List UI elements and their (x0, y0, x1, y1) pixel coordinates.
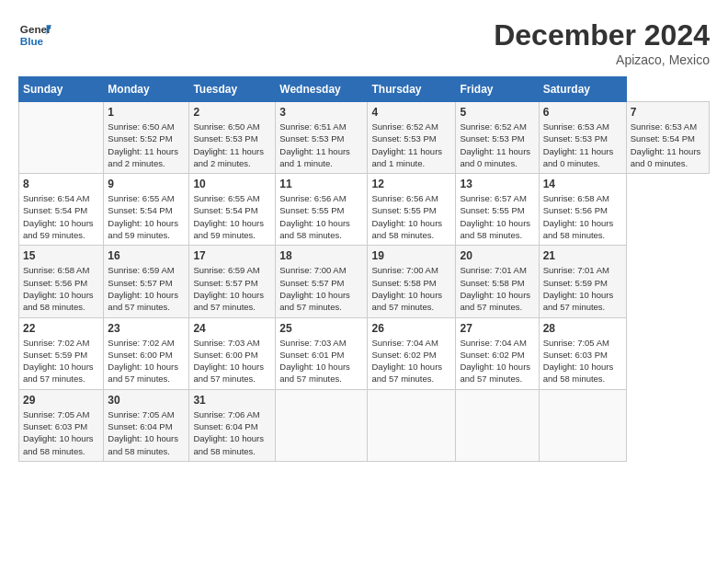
header-row: SundayMondayTuesdayWednesdayThursdayFrid… (19, 77, 710, 102)
calendar-cell: 31Sunrise: 7:06 AMSunset: 6:04 PMDayligh… (189, 389, 276, 461)
day-number: 20 (460, 249, 534, 262)
day-number: 26 (371, 322, 451, 335)
day-number: 7 (631, 106, 705, 119)
day-info: Sunrise: 7:02 AMSunset: 6:00 PMDaylight:… (108, 337, 185, 385)
day-number: 1 (108, 106, 185, 119)
day-number: 25 (279, 322, 363, 335)
calendar-cell: 3Sunrise: 6:51 AMSunset: 5:53 PMDaylight… (276, 102, 368, 174)
day-number: 5 (460, 106, 534, 119)
day-info: Sunrise: 6:50 AMSunset: 5:52 PMDaylight:… (108, 121, 185, 169)
day-number: 13 (460, 178, 534, 190)
day-number: 9 (108, 178, 185, 190)
page-header: General Blue December 2024 Apizaco, Mexi… (18, 18, 710, 67)
day-info: Sunrise: 6:58 AMSunset: 5:56 PMDaylight:… (23, 264, 99, 313)
day-info: Sunrise: 7:00 AMSunset: 5:57 PMDaylight:… (279, 264, 363, 313)
calendar-cell (276, 389, 368, 461)
day-header-thursday: Thursday (368, 77, 456, 102)
calendar-cell: 20Sunrise: 7:01 AMSunset: 5:58 PMDayligh… (456, 246, 539, 317)
calendar-cell (456, 389, 539, 461)
day-header-saturday: Saturday (539, 77, 626, 102)
day-info: Sunrise: 6:53 AMSunset: 5:54 PMDaylight:… (631, 121, 705, 169)
calendar-cell: 8Sunrise: 6:54 AMSunset: 5:54 PMDaylight… (19, 174, 104, 246)
day-info: Sunrise: 6:55 AMSunset: 5:54 PMDaylight:… (108, 192, 185, 241)
day-info: Sunrise: 7:04 AMSunset: 6:02 PMDaylight:… (371, 337, 451, 385)
calendar-cell: 26Sunrise: 7:04 AMSunset: 6:02 PMDayligh… (368, 317, 456, 389)
day-info: Sunrise: 7:03 AMSunset: 6:00 PMDaylight:… (193, 337, 271, 385)
day-info: Sunrise: 7:01 AMSunset: 5:59 PMDaylight:… (543, 264, 622, 313)
title-block: December 2024 Apizaco, Mexico (494, 18, 710, 67)
day-info: Sunrise: 7:06 AMSunset: 6:04 PMDaylight:… (193, 408, 271, 457)
day-header-wednesday: Wednesday (276, 77, 368, 102)
day-info: Sunrise: 7:05 AMSunset: 6:03 PMDaylight:… (23, 408, 99, 457)
day-number: 15 (23, 249, 99, 262)
day-info: Sunrise: 7:02 AMSunset: 5:59 PMDaylight:… (23, 337, 99, 385)
day-info: Sunrise: 6:53 AMSunset: 5:53 PMDaylight:… (543, 121, 622, 169)
day-info: Sunrise: 6:59 AMSunset: 5:57 PMDaylight:… (193, 264, 271, 313)
day-info: Sunrise: 6:52 AMSunset: 5:53 PMDaylight:… (460, 121, 534, 169)
day-info: Sunrise: 6:59 AMSunset: 5:57 PMDaylight:… (108, 264, 185, 313)
day-number: 17 (193, 249, 271, 262)
calendar-cell (368, 389, 456, 461)
day-info: Sunrise: 6:57 AMSunset: 5:55 PMDaylight:… (460, 192, 534, 241)
week-row-5: 29Sunrise: 7:05 AMSunset: 6:03 PMDayligh… (19, 389, 710, 461)
svg-text:Blue: Blue (20, 35, 44, 47)
day-info: Sunrise: 7:05 AMSunset: 6:04 PMDaylight:… (108, 408, 185, 457)
calendar-cell: 6Sunrise: 6:53 AMSunset: 5:53 PMDaylight… (539, 102, 626, 174)
calendar-cell: 5Sunrise: 6:52 AMSunset: 5:53 PMDaylight… (456, 102, 539, 174)
day-number: 29 (23, 394, 99, 407)
day-info: Sunrise: 7:05 AMSunset: 6:03 PMDaylight:… (543, 337, 622, 385)
day-info: Sunrise: 7:04 AMSunset: 6:02 PMDaylight:… (460, 337, 534, 385)
calendar-cell: 13Sunrise: 6:57 AMSunset: 5:55 PMDayligh… (456, 174, 539, 246)
location-subtitle: Apizaco, Mexico (494, 52, 710, 67)
day-info: Sunrise: 6:56 AMSunset: 5:55 PMDaylight:… (279, 192, 363, 241)
day-number: 28 (543, 322, 622, 335)
calendar-cell: 22Sunrise: 7:02 AMSunset: 5:59 PMDayligh… (19, 317, 104, 389)
calendar-cell: 14Sunrise: 6:58 AMSunset: 5:56 PMDayligh… (539, 174, 626, 246)
day-number: 3 (279, 106, 363, 119)
calendar-cell: 12Sunrise: 6:56 AMSunset: 5:55 PMDayligh… (368, 174, 456, 246)
day-number: 24 (193, 322, 271, 335)
day-number: 21 (543, 249, 622, 262)
day-number: 30 (108, 394, 185, 407)
day-number: 31 (193, 394, 271, 407)
day-number: 27 (460, 322, 534, 335)
day-number: 23 (108, 322, 185, 335)
day-header-sunday: Sunday (19, 77, 104, 102)
day-number: 10 (193, 178, 271, 190)
day-number: 2 (193, 106, 271, 119)
day-header-tuesday: Tuesday (189, 77, 276, 102)
calendar-cell: 16Sunrise: 6:59 AMSunset: 5:57 PMDayligh… (104, 246, 189, 317)
calendar-table: SundayMondayTuesdayWednesdayThursdayFrid… (18, 76, 710, 462)
calendar-cell: 27Sunrise: 7:04 AMSunset: 6:02 PMDayligh… (456, 317, 539, 389)
day-header-friday: Friday (456, 77, 539, 102)
day-number: 16 (108, 249, 185, 262)
calendar-cell: 25Sunrise: 7:03 AMSunset: 6:01 PMDayligh… (276, 317, 368, 389)
day-info: Sunrise: 7:01 AMSunset: 5:58 PMDaylight:… (460, 264, 534, 313)
day-info: Sunrise: 6:56 AMSunset: 5:55 PMDaylight:… (371, 192, 451, 241)
calendar-cell: 23Sunrise: 7:02 AMSunset: 6:00 PMDayligh… (104, 317, 189, 389)
day-info: Sunrise: 6:54 AMSunset: 5:54 PMDaylight:… (23, 192, 99, 241)
day-info: Sunrise: 7:00 AMSunset: 5:58 PMDaylight:… (371, 264, 451, 313)
calendar-cell: 7Sunrise: 6:53 AMSunset: 5:54 PMDaylight… (626, 102, 709, 174)
day-header-monday: Monday (104, 77, 189, 102)
logo-icon: General Blue (18, 18, 51, 52)
calendar-cell: 11Sunrise: 6:56 AMSunset: 5:55 PMDayligh… (276, 174, 368, 246)
calendar-cell: 21Sunrise: 7:01 AMSunset: 5:59 PMDayligh… (539, 246, 626, 317)
day-number: 12 (371, 178, 451, 190)
day-info: Sunrise: 6:55 AMSunset: 5:54 PMDaylight:… (193, 192, 271, 241)
day-number: 4 (371, 106, 451, 119)
calendar-cell: 1Sunrise: 6:50 AMSunset: 5:52 PMDaylight… (104, 102, 189, 174)
day-number: 18 (279, 249, 363, 262)
day-info: Sunrise: 6:52 AMSunset: 5:53 PMDaylight:… (371, 121, 451, 169)
calendar-cell: 2Sunrise: 6:50 AMSunset: 5:53 PMDaylight… (189, 102, 276, 174)
calendar-cell: 28Sunrise: 7:05 AMSunset: 6:03 PMDayligh… (539, 317, 626, 389)
calendar-cell: 9Sunrise: 6:55 AMSunset: 5:54 PMDaylight… (104, 174, 189, 246)
week-row-4: 22Sunrise: 7:02 AMSunset: 5:59 PMDayligh… (19, 317, 710, 389)
calendar-cell: 4Sunrise: 6:52 AMSunset: 5:53 PMDaylight… (368, 102, 456, 174)
calendar-cell (19, 102, 104, 174)
calendar-cell: 29Sunrise: 7:05 AMSunset: 6:03 PMDayligh… (19, 389, 104, 461)
calendar-cell: 15Sunrise: 6:58 AMSunset: 5:56 PMDayligh… (19, 246, 104, 317)
day-number: 19 (371, 249, 451, 262)
calendar-cell: 17Sunrise: 6:59 AMSunset: 5:57 PMDayligh… (189, 246, 276, 317)
week-row-1: 1Sunrise: 6:50 AMSunset: 5:52 PMDaylight… (19, 102, 710, 174)
